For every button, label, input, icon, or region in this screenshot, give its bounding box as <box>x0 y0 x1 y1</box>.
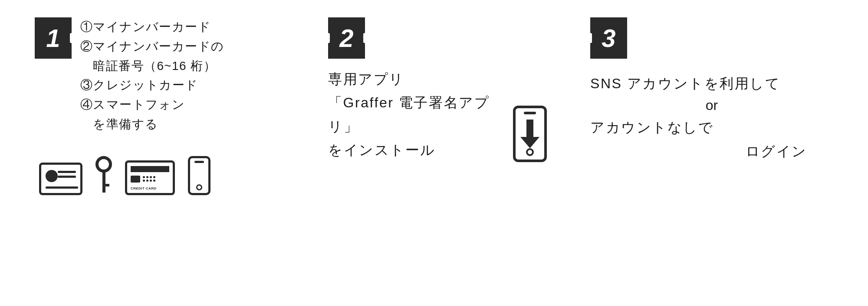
credit-card-label: CREDIT CARD <box>131 186 157 190</box>
download-arrow <box>520 120 539 148</box>
smartphone-icon <box>188 156 210 195</box>
step1-section: 1 ①マイナンバーカード ②マイナンバーカードの 暗証番号（6~16 桁） ③ク… <box>26 17 311 195</box>
step3-text-block: SNS アカウントを利用して or アカウントなしで ログイン <box>590 72 833 163</box>
key-head <box>95 156 112 173</box>
step2-header: 2 <box>328 17 547 59</box>
cc-chip-area <box>131 175 169 183</box>
key-icon <box>95 156 112 195</box>
id-line-2 <box>58 176 76 178</box>
arrow-head <box>520 137 539 148</box>
phone-home-button <box>196 184 202 190</box>
key-shaft <box>102 172 105 193</box>
step1-line4: ③クレジットカード <box>80 76 224 95</box>
step2-puzzle-icon: 2 <box>328 17 365 59</box>
cc-chip <box>131 176 140 183</box>
step1-line1: ①マイナンバーカード <box>80 17 224 37</box>
cc-dot-row-1 <box>143 176 155 178</box>
credit-card-icon: CREDIT CARD <box>125 160 175 195</box>
step3-line2: or <box>590 97 833 113</box>
step1-header: 1 ①マイナンバーカード ②マイナンバーカードの 暗証番号（6~16 桁） ③ク… <box>35 17 302 134</box>
cc-dots <box>143 176 155 182</box>
step3-section: 3 SNS アカウントを利用して or アカウントなしで ログイン <box>556 17 842 163</box>
step3-header: 3 <box>590 17 833 59</box>
cc-stripe <box>131 166 169 172</box>
step3-line1: SNS アカウントを利用して <box>590 72 833 95</box>
step1-icons: CREDIT CARD <box>35 156 302 195</box>
phone-dl-home-button <box>526 148 534 156</box>
step3-puzzle-icon: 3 <box>590 17 627 59</box>
id-line-1 <box>58 171 76 173</box>
step2-text-block: 専用アプリ 「Graffer 電子署名アプリ」 をインストール <box>328 67 513 162</box>
id-card-icon <box>39 163 82 195</box>
step1-line6: を準備する <box>80 115 224 134</box>
step2-content: 専用アプリ 「Graffer 電子署名アプリ」 をインストール <box>328 67 547 162</box>
step2-line1: 専用アプリ <box>328 67 513 91</box>
arrow-body <box>526 120 533 137</box>
step3-line3: アカウントなしで <box>590 116 833 139</box>
step2-line3: をインストール <box>328 138 513 162</box>
step1-text: ①マイナンバーカード ②マイナンバーカードの 暗証番号（6~16 桁） ③クレジ… <box>80 17 224 134</box>
id-card-lines <box>58 171 76 178</box>
step3-number: 3 <box>590 17 627 59</box>
step2-number: 2 <box>328 17 365 59</box>
step2-line2: 「Graffer 電子署名アプリ」 <box>328 91 513 138</box>
id-line-bottom <box>46 186 78 189</box>
step1-puzzle-icon: 1 <box>35 17 72 59</box>
step2-num-text: 2 <box>339 26 353 51</box>
cc-dot-row-2 <box>143 180 155 182</box>
step1-num-text: 1 <box>46 26 60 51</box>
step2-section: 2 専用アプリ 「Graffer 電子署名アプリ」 をインストール <box>311 17 556 162</box>
step1-line5: ④スマートフォン <box>80 95 224 115</box>
phone-dl-speaker <box>524 112 536 114</box>
smartphone-download-icon <box>513 106 547 162</box>
step1-line3: 暗証番号（6~16 桁） <box>80 57 224 76</box>
step1-line2: ②マイナンバーカードの <box>80 37 224 57</box>
main-container: 1 ①マイナンバーカード ②マイナンバーカードの 暗証番号（6~16 桁） ③ク… <box>0 0 868 306</box>
step3-line4: ログイン <box>746 143 807 159</box>
phone-speaker <box>194 161 204 163</box>
step1-number: 1 <box>35 17 72 59</box>
step3-num-text: 3 <box>602 26 615 51</box>
